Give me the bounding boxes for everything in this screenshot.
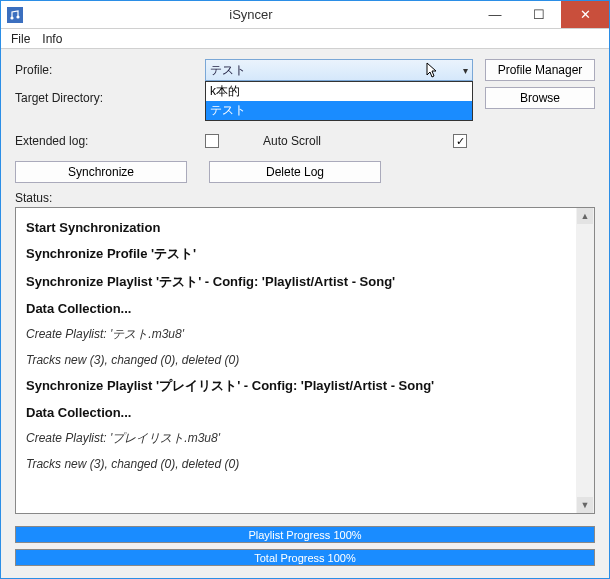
browse-button[interactable]: Browse xyxy=(485,87,595,109)
chevron-down-icon: ▾ xyxy=(463,65,468,76)
scroll-down-icon[interactable]: ▼ xyxy=(577,497,593,513)
total-progress: Total Progress 100% xyxy=(15,549,595,566)
cursor-icon xyxy=(426,62,442,83)
svg-point-1 xyxy=(10,16,13,19)
content-area: Profile: テスト ▾ k本的 テスト Profile Manager xyxy=(1,49,609,578)
app-icon xyxy=(7,7,23,23)
status-line: Create Playlist: 'プレイリスト.m3u8' xyxy=(26,430,584,447)
scrollbar[interactable]: ▲ ▼ xyxy=(576,208,594,513)
svg-rect-0 xyxy=(7,7,23,23)
profile-combobox[interactable]: テスト ▾ xyxy=(205,59,473,81)
status-line: Synchronize Playlist 'プレイリスト' - Config: … xyxy=(26,377,584,395)
status-line: Tracks new (3), changed (0), deleted (0) xyxy=(26,457,584,471)
profile-option[interactable]: k本的 xyxy=(206,82,472,101)
window-controls: — ☐ ✕ xyxy=(473,1,609,28)
target-dir-label: Target Directory: xyxy=(15,91,205,105)
profile-row: Profile: テスト ▾ k本的 テスト Profile Manager xyxy=(15,59,595,81)
profile-manager-button[interactable]: Profile Manager xyxy=(485,59,595,81)
auto-scroll-label: Auto Scroll xyxy=(263,134,433,148)
menu-info[interactable]: Info xyxy=(36,32,68,46)
menubar: File Info xyxy=(1,29,609,49)
synchronize-button[interactable]: Synchronize xyxy=(15,161,187,183)
status-line: Create Playlist: 'テスト.m3u8' xyxy=(26,326,584,343)
progress-area: Playlist Progress 100% Total Progress 10… xyxy=(15,520,595,566)
extended-log-checkbox[interactable] xyxy=(205,134,219,148)
status-line: Data Collection... xyxy=(26,405,584,420)
scroll-up-icon[interactable]: ▲ xyxy=(577,208,593,224)
app-window: iSyncer — ☐ ✕ File Info Profile: テスト ▾ xyxy=(0,0,610,579)
profile-label: Profile: xyxy=(15,63,205,77)
profile-selected: テスト xyxy=(210,62,246,79)
status-line: Data Collection... xyxy=(26,301,584,316)
status-line: Synchronize Playlist 'テスト' - Config: 'Pl… xyxy=(26,273,584,291)
minimize-button[interactable]: — xyxy=(473,1,517,28)
status-line: Start Synchronization xyxy=(26,220,584,235)
window-title: iSyncer xyxy=(29,7,473,22)
close-button[interactable]: ✕ xyxy=(561,1,609,28)
status-box: Start Synchronization Synchronize Profil… xyxy=(15,207,595,514)
delete-log-button[interactable]: Delete Log xyxy=(209,161,381,183)
auto-scroll-checkbox[interactable]: ✓ xyxy=(453,134,467,148)
status-line: Tracks new (3), changed (0), deleted (0) xyxy=(26,353,584,367)
maximize-button[interactable]: ☐ xyxy=(517,1,561,28)
menu-file[interactable]: File xyxy=(5,32,36,46)
profile-option[interactable]: テスト xyxy=(206,101,472,120)
profile-dropdown: k本的 テスト xyxy=(205,81,473,121)
titlebar: iSyncer — ☐ ✕ xyxy=(1,1,609,29)
extended-log-label: Extended log: xyxy=(15,134,205,148)
svg-point-2 xyxy=(16,15,19,18)
action-row: Synchronize Delete Log xyxy=(15,161,595,183)
options-row: Extended log: Auto Scroll ✓ xyxy=(15,131,595,151)
status-line: Synchronize Profile 'テスト' xyxy=(26,245,584,263)
playlist-progress: Playlist Progress 100% xyxy=(15,526,595,543)
status-label: Status: xyxy=(15,191,595,205)
